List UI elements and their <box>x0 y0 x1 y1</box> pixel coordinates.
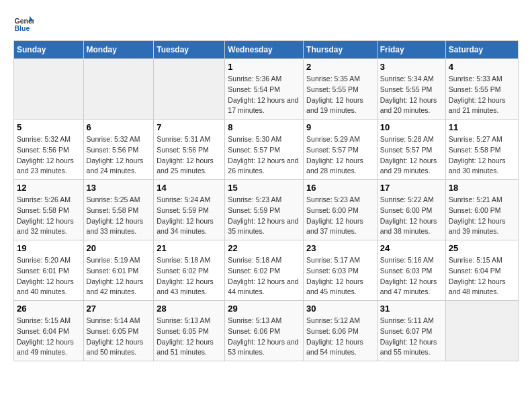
day-number: 24 <box>380 243 443 253</box>
day-number: 21 <box>157 243 222 253</box>
day-number: 23 <box>306 243 374 253</box>
day-info: Sunrise: 5:21 AM Sunset: 6:00 PM Dayligh… <box>449 195 515 237</box>
day-cell: 4Sunrise: 5:33 AM Sunset: 5:55 PM Daylig… <box>445 59 518 120</box>
day-info: Sunrise: 5:11 AM Sunset: 6:07 PM Dayligh… <box>380 316 443 358</box>
day-cell: 7Sunrise: 5:31 AM Sunset: 5:56 PM Daylig… <box>154 120 225 180</box>
day-number: 5 <box>17 122 81 132</box>
day-number: 10 <box>380 122 443 132</box>
day-info: Sunrise: 5:24 AM Sunset: 5:59 PM Dayligh… <box>157 195 222 237</box>
day-header-saturday: Saturday <box>445 41 518 59</box>
day-number: 29 <box>228 304 300 314</box>
day-info: Sunrise: 5:20 AM Sunset: 6:01 PM Dayligh… <box>17 255 81 298</box>
day-info: Sunrise: 5:35 AM Sunset: 5:55 PM Dayligh… <box>306 74 374 116</box>
day-header-thursday: Thursday <box>304 41 378 59</box>
day-cell: 19Sunrise: 5:20 AM Sunset: 6:01 PM Dayli… <box>14 240 84 301</box>
day-cell <box>14 59 84 120</box>
day-number: 31 <box>380 304 443 314</box>
day-cell: 10Sunrise: 5:28 AM Sunset: 5:57 PM Dayli… <box>377 120 445 180</box>
day-cell: 5Sunrise: 5:32 AM Sunset: 5:56 PM Daylig… <box>14 120 84 180</box>
day-cell: 15Sunrise: 5:23 AM Sunset: 5:59 PM Dayli… <box>225 180 304 240</box>
day-info: Sunrise: 5:19 AM Sunset: 6:01 PM Dayligh… <box>87 255 151 298</box>
day-info: Sunrise: 5:28 AM Sunset: 5:57 PM Dayligh… <box>380 134 443 177</box>
day-cell <box>445 301 518 361</box>
day-number: 6 <box>87 122 151 132</box>
day-number: 18 <box>449 183 515 193</box>
day-info: Sunrise: 5:31 AM Sunset: 5:56 PM Dayligh… <box>157 134 222 177</box>
day-info: Sunrise: 5:32 AM Sunset: 5:56 PM Dayligh… <box>17 134 81 177</box>
week-row-2: 5Sunrise: 5:32 AM Sunset: 5:56 PM Daylig… <box>14 120 519 180</box>
day-cell: 25Sunrise: 5:15 AM Sunset: 6:04 PM Dayli… <box>445 240 518 301</box>
day-number: 14 <box>157 183 222 193</box>
day-info: Sunrise: 5:29 AM Sunset: 5:57 PM Dayligh… <box>306 134 374 177</box>
day-cell: 31Sunrise: 5:11 AM Sunset: 6:07 PM Dayli… <box>377 301 445 361</box>
day-number: 4 <box>449 62 515 72</box>
day-cell: 1Sunrise: 5:36 AM Sunset: 5:54 PM Daylig… <box>225 59 304 120</box>
day-info: Sunrise: 5:27 AM Sunset: 5:58 PM Dayligh… <box>449 134 515 177</box>
days-header-row: SundayMondayTuesdayWednesdayThursdayFrid… <box>14 41 519 59</box>
day-cell: 27Sunrise: 5:14 AM Sunset: 6:05 PM Dayli… <box>83 301 154 361</box>
day-cell: 21Sunrise: 5:18 AM Sunset: 6:02 PM Dayli… <box>154 240 225 301</box>
day-cell: 23Sunrise: 5:17 AM Sunset: 6:03 PM Dayli… <box>304 240 378 301</box>
day-info: Sunrise: 5:13 AM Sunset: 6:06 PM Dayligh… <box>228 316 300 358</box>
day-cell: 14Sunrise: 5:24 AM Sunset: 5:59 PM Dayli… <box>154 180 225 240</box>
day-info: Sunrise: 5:18 AM Sunset: 6:02 PM Dayligh… <box>228 255 300 298</box>
day-cell: 17Sunrise: 5:22 AM Sunset: 6:00 PM Dayli… <box>377 180 445 240</box>
logo-icon: General Blue <box>13 13 34 34</box>
day-number: 2 <box>306 62 374 72</box>
day-number: 30 <box>306 304 374 314</box>
logo: General Blue <box>13 13 36 34</box>
day-number: 25 <box>449 243 515 253</box>
day-number: 16 <box>306 183 374 193</box>
day-info: Sunrise: 5:15 AM Sunset: 6:04 PM Dayligh… <box>17 316 81 358</box>
day-cell: 18Sunrise: 5:21 AM Sunset: 6:00 PM Dayli… <box>445 180 518 240</box>
day-cell: 8Sunrise: 5:30 AM Sunset: 5:57 PM Daylig… <box>225 120 304 180</box>
day-info: Sunrise: 5:22 AM Sunset: 6:00 PM Dayligh… <box>380 195 443 237</box>
day-cell <box>154 59 225 120</box>
day-number: 27 <box>87 304 151 314</box>
day-cell: 11Sunrise: 5:27 AM Sunset: 5:58 PM Dayli… <box>445 120 518 180</box>
day-info: Sunrise: 5:30 AM Sunset: 5:57 PM Dayligh… <box>228 134 300 177</box>
week-row-4: 19Sunrise: 5:20 AM Sunset: 6:01 PM Dayli… <box>14 240 519 301</box>
calendar-table: SundayMondayTuesdayWednesdayThursdayFrid… <box>13 40 519 361</box>
day-header-monday: Monday <box>83 41 154 59</box>
day-info: Sunrise: 5:15 AM Sunset: 6:04 PM Dayligh… <box>449 255 515 298</box>
day-number: 15 <box>228 183 300 193</box>
day-number: 26 <box>17 304 81 314</box>
day-cell: 29Sunrise: 5:13 AM Sunset: 6:06 PM Dayli… <box>225 301 304 361</box>
day-cell: 6Sunrise: 5:32 AM Sunset: 5:56 PM Daylig… <box>83 120 154 180</box>
week-row-3: 12Sunrise: 5:26 AM Sunset: 5:58 PM Dayli… <box>14 180 519 240</box>
day-cell: 24Sunrise: 5:16 AM Sunset: 6:03 PM Dayli… <box>377 240 445 301</box>
day-info: Sunrise: 5:14 AM Sunset: 6:05 PM Dayligh… <box>87 316 151 358</box>
day-info: Sunrise: 5:23 AM Sunset: 5:59 PM Dayligh… <box>228 195 300 237</box>
day-cell: 2Sunrise: 5:35 AM Sunset: 5:55 PM Daylig… <box>304 59 378 120</box>
day-number: 8 <box>228 122 300 132</box>
day-cell: 26Sunrise: 5:15 AM Sunset: 6:04 PM Dayli… <box>14 301 84 361</box>
day-header-tuesday: Tuesday <box>154 41 225 59</box>
day-cell: 3Sunrise: 5:34 AM Sunset: 5:55 PM Daylig… <box>377 59 445 120</box>
page-header: General Blue <box>13 13 519 34</box>
day-cell <box>83 59 154 120</box>
day-cell: 22Sunrise: 5:18 AM Sunset: 6:02 PM Dayli… <box>225 240 304 301</box>
day-cell: 16Sunrise: 5:23 AM Sunset: 6:00 PM Dayli… <box>304 180 378 240</box>
day-cell: 30Sunrise: 5:12 AM Sunset: 6:06 PM Dayli… <box>304 301 378 361</box>
day-number: 17 <box>380 183 443 193</box>
week-row-1: 1Sunrise: 5:36 AM Sunset: 5:54 PM Daylig… <box>14 59 519 120</box>
day-number: 20 <box>87 243 151 253</box>
day-number: 19 <box>17 243 81 253</box>
day-number: 12 <box>17 183 81 193</box>
day-info: Sunrise: 5:34 AM Sunset: 5:55 PM Dayligh… <box>380 74 443 116</box>
day-cell: 28Sunrise: 5:13 AM Sunset: 6:05 PM Dayli… <box>154 301 225 361</box>
day-info: Sunrise: 5:12 AM Sunset: 6:06 PM Dayligh… <box>306 316 374 358</box>
day-info: Sunrise: 5:33 AM Sunset: 5:55 PM Dayligh… <box>449 74 515 116</box>
day-info: Sunrise: 5:26 AM Sunset: 5:58 PM Dayligh… <box>17 195 81 237</box>
day-number: 22 <box>228 243 300 253</box>
day-number: 9 <box>306 122 374 132</box>
day-number: 28 <box>157 304 222 314</box>
day-cell: 20Sunrise: 5:19 AM Sunset: 6:01 PM Dayli… <box>83 240 154 301</box>
day-header-friday: Friday <box>377 41 445 59</box>
day-number: 1 <box>228 62 300 72</box>
day-info: Sunrise: 5:17 AM Sunset: 6:03 PM Dayligh… <box>306 255 374 298</box>
day-info: Sunrise: 5:13 AM Sunset: 6:05 PM Dayligh… <box>157 316 222 358</box>
day-header-sunday: Sunday <box>14 41 84 59</box>
day-info: Sunrise: 5:36 AM Sunset: 5:54 PM Dayligh… <box>228 74 300 116</box>
